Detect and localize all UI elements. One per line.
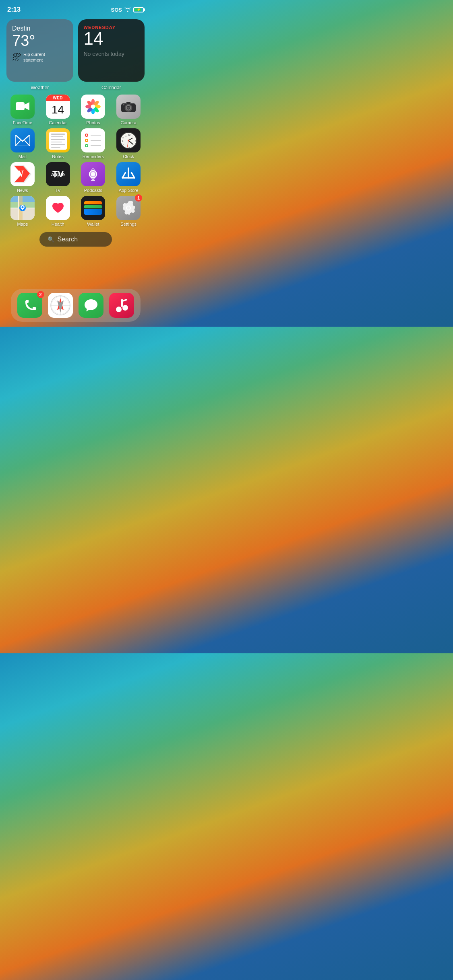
svg-text:12: 12: [128, 134, 130, 136]
phone-badge: 2: [37, 291, 44, 298]
svg-line-18: [15, 140, 21, 146]
notes-label: Notes: [52, 154, 64, 159]
battery-icon: ⚡: [133, 7, 144, 12]
podcasts-icon: [81, 162, 105, 186]
weather-description: Rip currentstatement: [23, 51, 45, 63]
app-photos[interactable]: Photos: [77, 95, 110, 125]
appstore-icon: [116, 162, 141, 186]
wallet-label: Wallet: [87, 222, 99, 226]
calendar-widget[interactable]: WEDNESDAY 14 No events today: [78, 19, 145, 82]
svg-point-15: [127, 107, 130, 109]
app-settings[interactable]: 1 Settings: [112, 196, 145, 226]
svg-line-46: [122, 173, 126, 178]
svg-point-67: [116, 307, 122, 312]
app-appstore[interactable]: App Store: [112, 162, 145, 193]
app-camera[interactable]: Camera: [112, 95, 145, 125]
camera-label: Camera: [121, 120, 137, 125]
dock-phone[interactable]: 2: [17, 293, 42, 318]
status-right: SOS ⚡: [111, 7, 144, 13]
app-facetime[interactable]: FaceTime: [6, 95, 39, 125]
app-podcasts[interactable]: Podcasts: [77, 162, 110, 193]
weather-condition-icon: ⛈: [12, 52, 21, 62]
clock-icon: 12 3 6 9 1 2 4 5 7 8 10 11: [116, 128, 141, 152]
app-news[interactable]: N News: [6, 162, 39, 193]
app-tv[interactable]: apple TV TV: [42, 162, 74, 193]
svg-point-57: [21, 206, 23, 208]
mail-label: Mail: [19, 154, 27, 159]
app-health[interactable]: Health: [42, 196, 74, 226]
facetime-icon: [10, 95, 35, 119]
app-maps[interactable]: Maps: [6, 196, 39, 226]
calendar-icon-date: 14: [46, 101, 70, 119]
svg-text:4: 4: [135, 144, 136, 146]
calendar-icon: WED 14: [46, 95, 70, 119]
app-notes[interactable]: Notes: [42, 128, 74, 159]
svg-rect-0: [16, 102, 25, 110]
search-bar[interactable]: 🔍 Search: [39, 232, 112, 247]
weather-widget-label: Weather: [6, 85, 73, 91]
app-mail[interactable]: Mail: [6, 128, 39, 159]
svg-point-14: [132, 104, 133, 106]
weather-temp: 73°: [12, 33, 68, 48]
news-label: News: [17, 188, 28, 193]
svg-rect-70: [121, 301, 123, 307]
calendar-app-label: Calendar: [49, 120, 67, 125]
widgets-row: Destin 73° ⛈ Rip currentstatement WEDNES…: [0, 16, 151, 83]
weather-widget[interactable]: Destin 73° ⛈ Rip currentstatement: [6, 19, 73, 82]
dock: 2: [11, 289, 141, 322]
svg-point-16: [123, 104, 124, 105]
wifi-icon: [124, 7, 131, 13]
calendar-widget-label: Calendar: [78, 85, 145, 91]
camera-icon: [116, 95, 141, 119]
app-grid-row4: Maps Health Wallet: [0, 194, 151, 228]
app-grid-row3: N News apple TV TV: [0, 161, 151, 194]
news-icon: N: [10, 162, 35, 186]
dock-music[interactable]: [109, 293, 134, 318]
search-label: Search: [58, 236, 78, 243]
clock-label: Clock: [123, 154, 134, 159]
reminders-icon: [81, 128, 105, 152]
notes-icon: [46, 128, 70, 152]
svg-line-47: [132, 173, 135, 178]
calendar-date: 14: [84, 30, 139, 47]
appstore-label: App Store: [119, 188, 139, 193]
health-icon: [46, 196, 70, 220]
app-wallet[interactable]: Wallet: [77, 196, 110, 226]
status-time: 2:13: [7, 6, 21, 14]
svg-text:6: 6: [129, 146, 130, 149]
facetime-label: FaceTime: [13, 120, 33, 125]
podcasts-label: Podcasts: [84, 188, 102, 193]
svg-text:10: 10: [122, 137, 124, 139]
messages-icon: [79, 293, 103, 318]
calendar-no-events: No events today: [84, 51, 139, 57]
app-grid-row2: Mail Notes: [0, 127, 151, 161]
tv-label: TV: [55, 188, 61, 193]
photos-label: Photos: [86, 120, 100, 125]
app-grid-row1: FaceTime WED 14 Calendar: [0, 93, 151, 127]
widget-labels: Weather Calendar: [0, 83, 151, 93]
safari-icon: [48, 293, 73, 318]
app-clock[interactable]: 12 3 6 9 1 2 4 5 7 8 10 11 Clock: [112, 128, 145, 159]
settings-label: Settings: [120, 222, 137, 226]
svg-text:2: 2: [135, 137, 136, 139]
app-reminders[interactable]: Reminders: [77, 128, 110, 159]
svg-text:3: 3: [135, 140, 137, 142]
dock-safari[interactable]: [48, 293, 73, 318]
maps-icon: [10, 196, 35, 220]
dock-messages[interactable]: [79, 293, 103, 318]
svg-text:8: 8: [123, 144, 124, 146]
status-bar: 2:13 SOS ⚡: [0, 0, 151, 16]
music-icon: [109, 293, 134, 318]
sos-indicator: SOS: [111, 7, 122, 13]
svg-marker-1: [25, 102, 29, 110]
wallet-icon: [81, 196, 105, 220]
svg-text:5: 5: [132, 146, 134, 148]
svg-text:N: N: [16, 168, 24, 179]
settings-badge: 1: [135, 194, 142, 202]
tv-icon: apple TV: [46, 162, 70, 186]
svg-text:9: 9: [122, 140, 124, 142]
reminders-label: Reminders: [83, 154, 104, 159]
calendar-icon-day: WED: [46, 95, 70, 101]
app-calendar[interactable]: WED 14 Calendar: [42, 95, 74, 125]
svg-point-10: [91, 105, 95, 109]
